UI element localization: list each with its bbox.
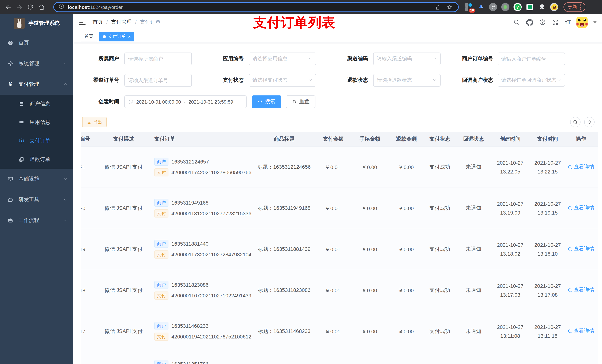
y-extension-icon[interactable]: y xyxy=(514,3,522,11)
sidebar-item-app-info[interactable]: 应用信息 xyxy=(0,113,73,132)
sidebar-item-refund-order[interactable]: 退款订单 xyxy=(0,150,73,169)
tag-home[interactable]: 首页 xyxy=(81,32,97,41)
sidebar-item-infra[interactable]: 基础设施 xyxy=(0,169,73,189)
chevron-down-icon xyxy=(432,77,437,83)
site-info-icon[interactable] xyxy=(58,3,64,11)
table-row: 20 微信 JSAPI 支付 商户1635311949168 支付4200001… xyxy=(81,187,598,229)
column-header[interactable]: 回调状态 xyxy=(458,132,489,146)
chevron-down-icon xyxy=(63,197,67,203)
avatar-dropdown-caret[interactable] xyxy=(593,21,597,23)
merchant-tag: 商户 xyxy=(154,360,168,364)
column-header[interactable]: 支付金额 xyxy=(318,132,348,146)
sidebar-item-label: 工作流程 xyxy=(19,217,39,224)
export-button[interactable]: 导出 xyxy=(82,117,107,127)
column-header[interactable]: 支付订单 xyxy=(150,132,250,146)
sidebar-item-devtools[interactable]: 研发工具 xyxy=(0,189,73,210)
url-bar[interactable]: localhost:1024/pay/order xyxy=(53,2,459,12)
dot-extension-icon[interactable] xyxy=(501,3,509,11)
extension-badge-icon[interactable]: 10 xyxy=(465,3,473,11)
column-header[interactable]: 创建时间 xyxy=(489,132,532,146)
chevron-down-icon xyxy=(308,56,312,62)
pay-tag: 支付 xyxy=(154,168,168,177)
sidebar-item-system[interactable]: 系统管理 xyxy=(0,53,73,74)
browser-toolbar: localhost:1024/pay/order 10 xyxy=(0,0,602,14)
channel-order-no-input[interactable] xyxy=(124,74,192,87)
view-detail-link[interactable]: 查看详情 xyxy=(567,328,594,335)
tag-close-icon[interactable]: × xyxy=(128,34,131,39)
sidebar-item-home[interactable]: 首页 xyxy=(0,32,73,53)
status-text: 支付成功 xyxy=(421,187,458,229)
notify-text: 未通知 xyxy=(458,146,489,187)
browser-home-button[interactable] xyxy=(37,3,46,11)
toggle-search-button[interactable] xyxy=(570,117,580,127)
merchant-tag: 商户 xyxy=(154,157,168,166)
help-icon[interactable] xyxy=(539,19,546,26)
column-header[interactable]: 手续金额 xyxy=(348,132,392,146)
browser-update-button[interactable]: 更新 xyxy=(563,2,585,12)
sidebar-item-label: 支付订单 xyxy=(30,138,50,144)
column-header[interactable]: 操作 xyxy=(563,132,598,146)
refund-status-select[interactable]: 请选择退款状态 xyxy=(373,74,441,87)
chevron-down-icon xyxy=(432,56,437,62)
status-text: 支付成功 xyxy=(421,229,458,270)
extensions-puzzle-icon[interactable] xyxy=(538,3,546,11)
github-icon[interactable] xyxy=(526,19,533,26)
user-avatar[interactable] xyxy=(576,17,588,28)
browser-back-button[interactable] xyxy=(4,3,13,11)
search-button[interactable]: 搜索 xyxy=(252,95,281,108)
table-toolbar: 导出 xyxy=(81,117,595,127)
sidebar-item-merchant-info[interactable]: 商户信息 xyxy=(0,95,73,113)
pay-status-select[interactable]: 请选择支付状态 xyxy=(249,74,316,87)
sidebar-item-workflow[interactable]: 工作流程 xyxy=(0,210,73,231)
sidebar-item-pay[interactable]: ¥ 支付管理 xyxy=(0,74,73,95)
column-header[interactable]: 支付时间 xyxy=(532,132,563,146)
column-header[interactable]: 编号 xyxy=(81,132,97,146)
kite-extension-icon[interactable] xyxy=(477,3,485,11)
sidebar-item-pay-order[interactable]: 支付订单 xyxy=(0,132,73,150)
sidebar-collapse-icon[interactable] xyxy=(79,19,87,26)
notify-status-select[interactable]: 请选择订单回调商户状态 xyxy=(498,74,565,87)
browser-reload-button[interactable] xyxy=(26,3,35,11)
column-header[interactable]: 支付渠道 xyxy=(97,132,150,146)
chat-extension-icon[interactable] xyxy=(526,3,534,11)
app-logo[interactable]: 芋道管理系统 xyxy=(0,14,73,32)
url-text: localhost:1024/pay/order xyxy=(68,4,123,10)
channel-code-select[interactable]: 请输入渠道编码 xyxy=(373,52,441,65)
search-icon[interactable] xyxy=(513,19,520,26)
grid-icon xyxy=(19,119,24,125)
profile-avatar-icon[interactable] xyxy=(550,3,558,11)
reset-button[interactable]: 重置 xyxy=(286,95,315,108)
filter-label: 渠道编码 xyxy=(338,55,373,62)
font-size-icon[interactable]: TT xyxy=(565,19,571,26)
merchant-input[interactable] xyxy=(124,52,192,65)
bookmark-star-icon[interactable] xyxy=(445,3,453,11)
share-icon[interactable] xyxy=(434,3,442,11)
browser-forward-button[interactable] xyxy=(15,3,24,11)
tag-pay-order[interactable]: 支付订单 × xyxy=(99,32,134,41)
fullscreen-icon[interactable] xyxy=(552,19,559,26)
view-detail-link[interactable]: 查看详情 xyxy=(567,164,594,170)
merchant-order-no-input[interactable] xyxy=(498,52,565,65)
chevron-down-icon xyxy=(308,77,312,83)
column-header[interactable]: 商品标题 xyxy=(250,132,318,146)
app-select[interactable]: 请选择应用信息 xyxy=(249,52,316,65)
logo-rabbit-image xyxy=(14,18,25,29)
pay-tag: 支付 xyxy=(154,209,168,218)
view-detail-link[interactable]: 查看详情 xyxy=(567,205,594,211)
breadcrumb: 首页 / 支付管理 / 支付订单 xyxy=(93,19,161,26)
column-header[interactable]: 支付状态 xyxy=(421,132,458,146)
browser-menu-icon[interactable] xyxy=(580,4,581,10)
column-header[interactable]: 退款金额 xyxy=(392,132,421,146)
merchant-tag: 商户 xyxy=(154,281,168,289)
breadcrumb-home[interactable]: 首页 xyxy=(93,19,103,26)
filter-label: 支付状态 xyxy=(213,77,249,83)
command-extension-icon[interactable] xyxy=(489,3,497,11)
refresh-table-button[interactable] xyxy=(584,117,595,127)
view-detail-link[interactable]: 查看详情 xyxy=(567,287,594,293)
view-detail-link[interactable]: 查看详情 xyxy=(567,246,594,252)
filter-label: 所属商户 xyxy=(89,55,124,62)
breadcrumb-section[interactable]: 支付管理 xyxy=(111,19,132,26)
create-time-range-picker[interactable]: 2021-10-01 00:00:00-2021-10-31 23:59:59 xyxy=(124,95,247,108)
filter-label: 应用编号 xyxy=(213,55,249,62)
pay-tag: 支付 xyxy=(154,291,168,300)
